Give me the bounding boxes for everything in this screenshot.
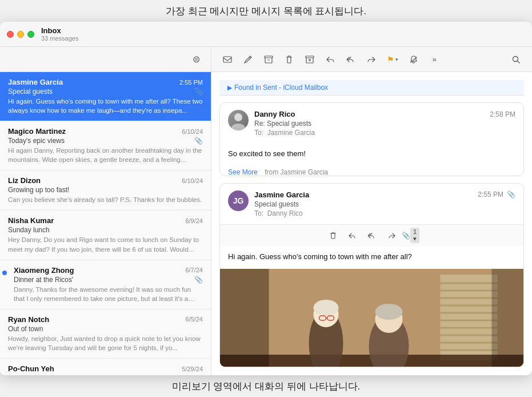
svg-rect-28 (220, 269, 269, 367)
message-actions-bar: 📎 1 ▾ (220, 224, 523, 247)
svg-point-5 (231, 124, 245, 130)
msg-sender: Po-Chun Yeh (8, 364, 54, 373)
svg-rect-7 (441, 275, 498, 360)
attachment-icon-small: 📎 (507, 190, 515, 199)
attachment-icon: 📎 (194, 137, 203, 145)
message-item[interactable]: Nisha Kumar 6/9/24 Sunday lunch Hey Dann… (0, 211, 211, 260)
close-button[interactable] (7, 31, 14, 38)
msg-subject: Dinner at the Ricos' (14, 276, 73, 284)
see-more-link[interactable]: See More (228, 168, 258, 176)
trash-icon[interactable] (281, 51, 297, 68)
sidebar-toolbar: ⊜ (0, 47, 211, 72)
email-card: Danny Rico 2:58 PM Re: Special guests To… (219, 102, 524, 176)
email-time: 2:55 PM (478, 190, 503, 199)
found-in-sent-banner: ▶ Found in Sent - iCloud Mailbox (219, 80, 524, 96)
svg-rect-29 (492, 269, 524, 367)
attachment-icon: 📎 (194, 276, 203, 284)
sent-arrow-icon: ▶ (227, 84, 232, 92)
mute-icon[interactable] (406, 51, 422, 68)
msg-sender: Nisha Kumar (8, 216, 54, 225)
window-controls (7, 31, 34, 38)
message-item[interactable]: Xiaomeng Zhong 6/7/24 Dinner at the Rico… (0, 260, 211, 309)
photo-scene (220, 269, 523, 367)
from-jasmine-label[interactable]: from Jasmine Garcia (265, 168, 328, 176)
msg-sender: Magico Martinez (8, 127, 66, 136)
email-meta: Danny Rico 2:58 PM Re: Special guests To… (254, 110, 515, 137)
forward-action-icon[interactable] (384, 228, 399, 243)
search-icon[interactable] (508, 51, 524, 68)
reply-icon[interactable] (322, 51, 338, 68)
msg-sender: Jasmine Garcia (8, 78, 63, 86)
reply-action-icon[interactable] (345, 228, 360, 243)
msg-preview: Danny, Thanks for the awesome evening! I… (8, 285, 203, 303)
minimize-button[interactable] (17, 31, 24, 38)
see-more-area: See More from Jasmine Garcia (220, 166, 523, 176)
msg-date: 2:55 PM (179, 79, 203, 86)
junk-icon[interactable] (302, 51, 318, 68)
email-card: JG Jasmine Garcia 2:55 PM 📎 Special gues… (219, 183, 524, 367)
messages-list: Jasmine Garcia 2:55 PM Special guests 📎 … (0, 72, 211, 375)
svg-rect-0 (223, 57, 231, 62)
msg-sender: Xiaomeng Zhong (14, 266, 74, 275)
archive-icon[interactable] (261, 51, 277, 68)
svg-point-3 (513, 56, 518, 61)
msg-preview: Hi again. Guess who's coming to town wit… (8, 97, 203, 115)
filter-icon[interactable]: ⊜ (188, 51, 204, 68)
message-item[interactable]: Liz Dizon 6/10/24 Growing up too fast! C… (0, 170, 211, 211)
window-title: Inbox (41, 26, 78, 35)
msg-date: 6/7/24 (185, 267, 203, 273)
msg-date: 6/10/24 (182, 177, 203, 184)
msg-preview: Howdy, neighbor, Just wanted to drop a q… (8, 334, 203, 352)
svg-point-27 (375, 304, 403, 320)
titlebar: Inbox 33 messages (0, 22, 532, 47)
msg-date: 6/5/24 (185, 316, 203, 323)
flag-dropdown[interactable]: ⚑ ▾ (384, 54, 401, 65)
attachment-badge: 1 ▾ (410, 228, 419, 243)
msg-subject: Growing up too fast! (8, 186, 69, 194)
compose-icon[interactable] (240, 51, 256, 68)
more-icon[interactable]: » (426, 51, 442, 68)
email-time: 2:58 PM (490, 110, 515, 118)
from-label (260, 168, 262, 176)
reply-all-icon[interactable] (343, 51, 359, 68)
email-sender-name: Jasmine Garcia (254, 190, 309, 199)
avatar-initials: JG (233, 196, 244, 205)
email-sender-name: Danny Rico (254, 110, 295, 118)
msg-preview: Hey Danny, Do you and Rigo want to come … (8, 235, 203, 253)
detail-toolbar: ⚑ ▾ » (211, 47, 532, 72)
main-content: ⊜ Jasmine Garcia 2:55 PM Special guests … (0, 47, 532, 375)
annotation-top: 가장 최근 메시지만 메시지 목록에 표시됩니다. (0, 0, 532, 22)
mail-window: Inbox 33 messages ⊜ Jasmine Garcia 2:55 … (0, 22, 532, 375)
msg-subject: Sunday lunch (8, 226, 50, 234)
message-item[interactable]: Jasmine Garcia 2:55 PM Special guests 📎 … (0, 72, 211, 121)
email-subject: Re: Special guests (254, 120, 515, 128)
email-to: To: Danny Rico (254, 209, 515, 217)
delete-action-icon[interactable] (326, 228, 341, 243)
maximize-button[interactable] (27, 31, 34, 38)
msg-preview: Hi again Danny, Reporting back on anothe… (8, 146, 203, 164)
annotation-bottom: 미리보기 영역에서 대화의 뒤에 나타납니다. (0, 375, 532, 397)
sidebar: ⊜ Jasmine Garcia 2:55 PM Special guests … (0, 47, 211, 375)
email-subject: Special guests (254, 200, 515, 208)
svg-rect-2 (306, 56, 314, 58)
message-item[interactable]: Po-Chun Yeh 5/29/24 Lunch call? Think yo… (0, 359, 211, 375)
message-count: 33 messages (41, 35, 78, 42)
reply-all-action-icon[interactable] (365, 228, 379, 243)
msg-subject: Out of town (8, 325, 43, 333)
message-item[interactable]: Ryan Notch 6/5/24 Out of town Howdy, nei… (0, 309, 211, 359)
avatar-initials (228, 110, 249, 130)
new-message-icon[interactable] (219, 51, 235, 68)
svg-rect-1 (265, 56, 273, 58)
attachment-count[interactable]: 📎 1 ▾ (403, 228, 418, 243)
email-to: To: Jasmine Garcia (254, 129, 515, 137)
email-photo (220, 269, 523, 367)
forward-icon[interactable] (363, 51, 379, 68)
avatar (228, 110, 249, 130)
flag-icon: ⚑ (387, 55, 394, 64)
attachment-icon: 📎 (194, 88, 203, 96)
email-body: So excited to see them! (220, 144, 523, 166)
email-card-header: JG Jasmine Garcia 2:55 PM 📎 Special gues… (220, 184, 523, 224)
message-item[interactable]: Magico Martinez 6/10/24 Today's epic vie… (0, 121, 211, 170)
msg-date: 6/10/24 (182, 128, 203, 135)
msg-subject: Today's epic views (8, 137, 65, 145)
